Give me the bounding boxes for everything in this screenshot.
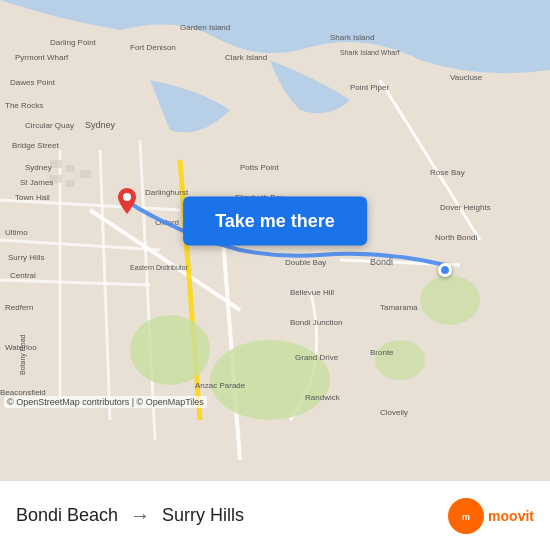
svg-text:The Rocks: The Rocks: [5, 101, 43, 110]
svg-text:Rose Bay: Rose Bay: [430, 168, 465, 177]
svg-text:Circular Quay: Circular Quay: [25, 121, 74, 130]
destination-label: Surry Hills: [162, 505, 244, 526]
svg-text:Dover Heights: Dover Heights: [440, 203, 491, 212]
svg-text:Fort Denison: Fort Denison: [130, 43, 176, 52]
origin-pin: [438, 263, 452, 277]
svg-text:Darling Point: Darling Point: [50, 38, 97, 47]
svg-text:m: m: [462, 512, 470, 522]
origin-label: Bondi Beach: [16, 505, 118, 526]
map-attribution: © OpenStreetMap contributors | © OpenMap…: [4, 396, 207, 408]
svg-text:Bellevue Hill: Bellevue Hill: [290, 288, 334, 297]
svg-text:Botany Road: Botany Road: [19, 334, 27, 375]
svg-rect-21: [65, 180, 75, 187]
svg-rect-17: [50, 160, 62, 168]
arrow-icon: →: [130, 504, 150, 527]
svg-text:St James: St James: [20, 178, 53, 187]
moovit-logo: m moovit: [448, 498, 534, 534]
svg-point-66: [123, 193, 131, 201]
moovit-icon: m: [448, 498, 484, 534]
svg-text:Randwick: Randwick: [305, 393, 341, 402]
svg-text:Ultimo: Ultimo: [5, 228, 28, 237]
svg-text:Bridge Street: Bridge Street: [12, 141, 59, 150]
svg-point-14: [130, 315, 210, 385]
svg-text:Dawes Point: Dawes Point: [10, 78, 56, 87]
bottom-bar: Bondi Beach → Surry Hills m moovit: [0, 480, 550, 550]
svg-point-15: [420, 275, 480, 325]
moovit-text: moovit: [488, 508, 534, 524]
svg-text:Potts Point: Potts Point: [240, 163, 279, 172]
map-container: Sydney Pyrmont Wharf Dawes Point The Roc…: [0, 0, 550, 480]
take-me-there-button[interactable]: Take me there: [183, 196, 367, 245]
svg-text:Sydney: Sydney: [25, 163, 52, 172]
svg-rect-18: [65, 165, 75, 172]
svg-text:Sydney: Sydney: [85, 120, 116, 130]
svg-text:Point Piper: Point Piper: [350, 83, 389, 92]
svg-text:Shark Island: Shark Island: [330, 33, 374, 42]
svg-text:Bronte: Bronte: [370, 348, 394, 357]
svg-point-13: [210, 340, 330, 420]
svg-text:Redfern: Redfern: [5, 303, 33, 312]
svg-text:Clark Island: Clark Island: [225, 53, 267, 62]
destination-pin: [118, 188, 136, 218]
svg-point-16: [375, 340, 425, 380]
svg-text:Darlinghurst: Darlinghurst: [145, 188, 189, 197]
svg-text:Bondi: Bondi: [370, 257, 393, 267]
svg-text:Surry Hills: Surry Hills: [8, 253, 44, 262]
svg-text:Garden Island: Garden Island: [180, 23, 230, 32]
svg-text:Bondi Junction: Bondi Junction: [290, 318, 342, 327]
svg-text:Vaucluse: Vaucluse: [450, 73, 483, 82]
svg-text:Central: Central: [10, 271, 36, 280]
svg-text:Town Hall: Town Hall: [15, 193, 50, 202]
svg-text:Pyrmont Wharf: Pyrmont Wharf: [15, 53, 69, 62]
svg-text:Eastern Distributor: Eastern Distributor: [130, 264, 189, 271]
svg-rect-19: [80, 170, 91, 178]
svg-text:Tamarama: Tamarama: [380, 303, 418, 312]
svg-text:Clovelly: Clovelly: [380, 408, 408, 417]
svg-text:Shark Island Wharf: Shark Island Wharf: [340, 49, 400, 56]
svg-text:Anzac Parade: Anzac Parade: [195, 381, 246, 390]
svg-text:North Bondi: North Bondi: [435, 233, 477, 242]
svg-text:Double Bay: Double Bay: [285, 258, 326, 267]
svg-text:Grand Drive: Grand Drive: [295, 353, 339, 362]
